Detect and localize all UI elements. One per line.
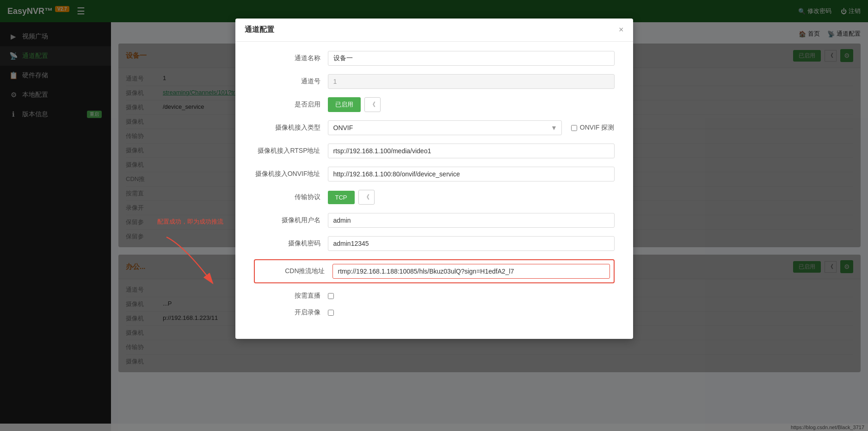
form-row-protocol: 传输协议 TCP 《 xyxy=(254,190,615,205)
form-row-rtsp: 摄像机接入RTSP地址 xyxy=(254,144,615,158)
form-row-camera-type: 摄像机接入类型 ONVIF RTSP GB28181 RTMP ▼ ONVIF xyxy=(254,120,615,135)
enabled-toggle-btn[interactable]: 已启用 xyxy=(328,97,361,112)
modal-header: 通道配置 × xyxy=(235,19,633,42)
enabled-angle-btn[interactable]: 《 xyxy=(364,97,381,112)
form-row-channel-num: 通道号 xyxy=(254,74,615,89)
password-input[interactable] xyxy=(328,236,615,251)
modal-close-button[interactable]: × xyxy=(619,25,624,35)
channel-num-input xyxy=(328,74,615,89)
form-row-enabled: 是否启用 已启用 《 xyxy=(254,97,615,112)
annotation-area: 配置成功，即为成功推流 xyxy=(157,218,240,293)
camera-type-select-wrapper: ONVIF RTSP GB28181 RTMP ▼ xyxy=(328,120,562,135)
rtsp-label: 摄像机接入RTSP地址 xyxy=(254,147,328,155)
camera-type-select[interactable]: ONVIF RTSP GB28181 RTMP xyxy=(328,120,562,135)
enabled-label: 是否启用 xyxy=(254,100,328,109)
on-demand-checkbox[interactable] xyxy=(328,293,334,299)
protocol-controls: TCP 《 xyxy=(328,190,375,205)
onvif-detect-label[interactable]: ONVIF 探测 xyxy=(571,124,615,132)
form-row-cdn: CDN推流地址 xyxy=(254,259,615,283)
form-row-onvif: 摄像机接入ONVIF地址 xyxy=(254,167,615,181)
modal-title: 通道配置 xyxy=(245,25,274,35)
onvif-input[interactable] xyxy=(328,167,615,181)
on-demand-checkbox-wrapper xyxy=(328,293,334,299)
onvif-label: 摄像机接入ONVIF地址 xyxy=(254,170,328,178)
annotation-text: 配置成功，即为成功推流 xyxy=(157,218,240,226)
modal-dialog: 通道配置 × 通道名称 通道号 是否启用 已启用 《 xyxy=(235,19,633,339)
username-label: 摄像机用户名 xyxy=(254,216,328,225)
channel-num-label: 通道号 xyxy=(254,77,328,86)
on-demand-label: 按需直播 xyxy=(254,292,328,300)
form-row-channel-name: 通道名称 xyxy=(254,51,615,66)
cdn-input[interactable] xyxy=(332,264,610,279)
form-row-username: 摄像机用户名 xyxy=(254,213,615,228)
recording-checkbox[interactable] xyxy=(328,310,334,316)
form-row-password: 摄像机密码 xyxy=(254,236,615,251)
protocol-label: 传输协议 xyxy=(254,193,328,201)
password-label: 摄像机密码 xyxy=(254,239,328,248)
camera-type-label: 摄像机接入类型 xyxy=(254,124,328,132)
onvif-detect-checkbox[interactable] xyxy=(571,125,577,131)
rtsp-input[interactable] xyxy=(328,144,615,158)
form-row-on-demand: 按需直播 xyxy=(254,292,615,300)
recording-checkbox-wrapper xyxy=(328,310,334,316)
enabled-controls: 已启用 《 xyxy=(328,97,381,112)
modal-overlay[interactable]: 配置成功，即为成功推流 通道配置 × 通道名称 通道号 xyxy=(0,0,868,431)
channel-name-input[interactable] xyxy=(328,51,615,66)
recording-label: 开启录像 xyxy=(254,308,328,317)
protocol-tcp-btn[interactable]: TCP xyxy=(328,191,355,204)
channel-name-label: 通道名称 xyxy=(254,54,328,62)
protocol-angle-btn[interactable]: 《 xyxy=(358,190,375,205)
form-row-recording: 开启录像 xyxy=(254,308,615,317)
username-input[interactable] xyxy=(328,213,615,228)
camera-type-controls: ONVIF RTSP GB28181 RTMP ▼ ONVIF 探测 xyxy=(328,120,615,135)
onvif-detect-text: ONVIF 探测 xyxy=(580,124,615,132)
annotation-arrow xyxy=(157,228,240,293)
cdn-label: CDN推流地址 xyxy=(259,267,332,275)
modal-body: 通道名称 通道号 是否启用 已启用 《 摄像机接入类型 xyxy=(235,42,633,339)
